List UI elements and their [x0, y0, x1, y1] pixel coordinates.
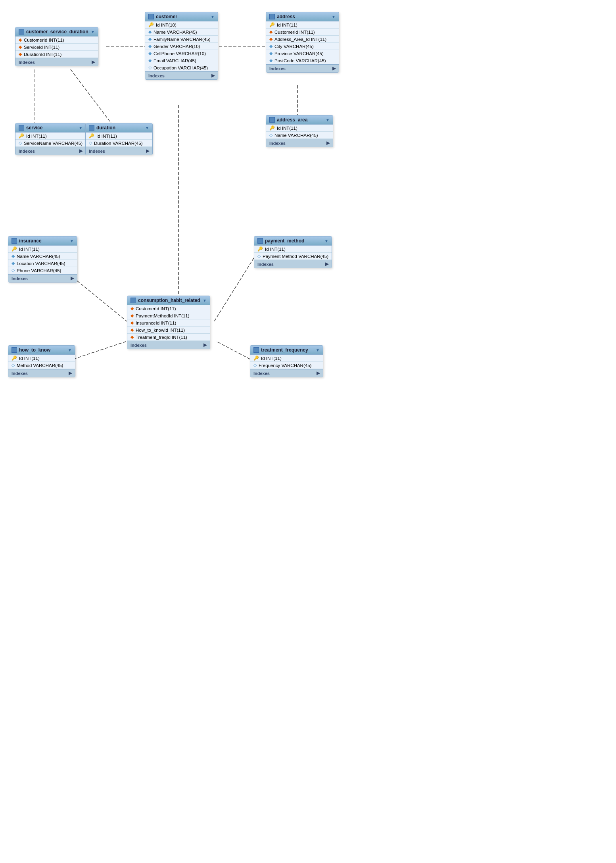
table-address-area-header: address_area ▼ [266, 115, 333, 125]
diamond-icon: ◆ [148, 29, 152, 35]
table-icon-tf [253, 347, 259, 353]
table-customer-service-duration[interactable]: customer_service_duration ▼ ◆ CustomerId… [15, 27, 98, 66]
table-htk-name: how_to_know [19, 347, 50, 353]
diamond-icon: ◆ [148, 44, 152, 49]
insurance-indexes[interactable]: Indexes ▶ [8, 274, 77, 282]
fk-icon: ◆ [269, 29, 272, 35]
table-icon-address [269, 14, 275, 19]
address-field-areaid: ◆ Address_Area_Id INT(11) [266, 36, 339, 43]
payment-method-indexes[interactable]: Indexes ▶ [254, 260, 332, 268]
address-field-province: ◆ Province VARCHAR(45) [266, 50, 339, 57]
fk-icon: ◆ [19, 37, 22, 42]
chr-field-treatmentfreqid: ◆ Treatment_freqId INT(11) [127, 334, 210, 341]
key-icon: 🔑 [257, 246, 263, 252]
table-address-area[interactable]: address_area ▼ 🔑 Id INT(11) ◇ Name VARCH… [266, 115, 333, 147]
htk-indexes[interactable]: Indexes ▶ [8, 369, 75, 377]
table-customer[interactable]: customer ▼ 🔑 Id INT(10) ◆ Name VARCHAR(4… [145, 12, 218, 80]
tf-dropdown[interactable]: ▼ [316, 348, 320, 352]
key-icon: 🔑 [12, 246, 17, 252]
table-address[interactable]: address ▼ 🔑 Id INT(11) ◆ CustomerId INT(… [266, 12, 339, 73]
diamond-icon: ◆ [148, 37, 152, 42]
customer-field-name: ◆ Name VARCHAR(45) [145, 29, 218, 36]
csd-dropdown[interactable]: ▼ [91, 30, 95, 34]
service-dropdown[interactable]: ▼ [79, 126, 83, 130]
diamond-icon: ◆ [12, 254, 15, 259]
customer-dropdown[interactable]: ▼ [211, 15, 215, 19]
table-payment-method[interactable]: payment_method ▼ 🔑 Id INT(11) ◇ Payment … [254, 236, 332, 268]
key-icon: 🔑 [148, 22, 154, 27]
chr-field-paymentmethodid: ◆ PaymentMethodId INT(11) [127, 312, 210, 319]
svg-line-2 [71, 69, 111, 123]
table-payment-method-name: payment_method [265, 238, 304, 244]
htk-dropdown[interactable]: ▼ [68, 348, 72, 352]
table-tf-header: treatment_frequency ▼ [250, 346, 323, 355]
insurance-field-name: ◆ Name VARCHAR(45) [8, 253, 77, 260]
key-icon: 🔑 [253, 356, 259, 361]
table-consumption-habit-related[interactable]: consumption_habit_related ▼ ◆ CustomerId… [127, 296, 210, 349]
customer-indexes[interactable]: Indexes ▶ [145, 71, 218, 79]
payment-method-field-method: ◇ Payment Method VARCHAR(45) [254, 253, 332, 260]
fk-icon: ◆ [130, 306, 134, 311]
table-icon-customer [148, 14, 154, 19]
address-area-dropdown[interactable]: ▼ [326, 118, 330, 122]
table-csd-header: customer_service_duration ▼ [15, 27, 98, 37]
table-icon-payment-method [257, 238, 263, 244]
table-duration-header: duration ▼ [86, 123, 152, 133]
tf-field-id: 🔑 Id INT(11) [250, 355, 323, 362]
table-icon-chr [130, 298, 136, 303]
key-icon: 🔑 [269, 22, 275, 27]
table-icon-duration [89, 125, 94, 131]
tf-indexes[interactable]: Indexes ▶ [250, 369, 323, 377]
table-icon-insurance [12, 238, 17, 244]
insurance-field-location: ◆ Location VARCHAR(45) [8, 260, 77, 267]
svg-line-8 [73, 341, 127, 359]
csd-field-serviceid: ◆ ServiceId INT(11) [15, 44, 98, 51]
table-duration[interactable]: duration ▼ 🔑 Id INT(11) ◇ Duration VARCH… [85, 123, 153, 155]
table-how-to-know[interactable]: how_to_know ▼ 🔑 Id INT(11) ◇ Method VARC… [8, 345, 75, 377]
address-indexes[interactable]: Indexes ▶ [266, 64, 339, 72]
insurance-dropdown[interactable]: ▼ [70, 239, 74, 243]
key-icon: 🔑 [19, 133, 24, 138]
service-field-id: 🔑 Id INT(11) [15, 133, 86, 140]
table-duration-name: duration [96, 125, 115, 131]
svg-line-7 [214, 258, 254, 321]
table-address-name: address [277, 14, 295, 19]
duration-field-duration: ◇ Duration VARCHAR(45) [86, 140, 152, 147]
address-area-indexes[interactable]: Indexes ▶ [266, 139, 333, 147]
table-htk-header: how_to_know ▼ [8, 346, 75, 355]
table-insurance[interactable]: insurance ▼ 🔑 Id INT(11) ◆ Name VARCHAR(… [8, 236, 77, 283]
duration-indexes[interactable]: Indexes ▶ [86, 147, 152, 155]
table-address-header: address ▼ [266, 12, 339, 21]
diamond-outline-icon: ◇ [89, 140, 92, 146]
table-treatment-frequency[interactable]: treatment_frequency ▼ 🔑 Id INT(11) ◇ Fre… [250, 345, 323, 377]
table-customer-name: customer [156, 14, 177, 19]
chr-dropdown[interactable]: ▼ [203, 298, 207, 303]
table-chr-name: consumption_habit_related [138, 298, 200, 303]
diamond-outline-icon: ◇ [12, 268, 15, 273]
table-icon-service [19, 125, 24, 131]
insurance-field-phone: ◇ Phone VARCHAR(45) [8, 267, 77, 274]
diagram-canvas: customer ▼ 🔑 Id INT(10) ◆ Name VARCHAR(4… [0, 0, 616, 863]
diamond-icon: ◆ [269, 51, 272, 56]
payment-method-dropdown[interactable]: ▼ [324, 239, 328, 243]
duration-dropdown[interactable]: ▼ [145, 126, 149, 130]
insurance-field-id: 🔑 Id INT(11) [8, 246, 77, 253]
service-indexes[interactable]: Indexes ▶ [15, 147, 86, 155]
diamond-outline-icon: ◇ [19, 140, 22, 146]
table-service[interactable]: service ▼ 🔑 Id INT(11) ◇ ServiceName VAR… [15, 123, 86, 155]
csd-field-customerid: ◆ CustomerId INT(11) [15, 37, 98, 44]
fk-icon: ◆ [130, 320, 134, 325]
customer-field-gender: ◆ Gender VARCHAR(10) [145, 43, 218, 50]
chr-field-insuranceid: ◆ InsuranceId INT(11) [127, 319, 210, 327]
key-icon: 🔑 [12, 356, 17, 361]
table-insurance-name: insurance [19, 238, 42, 244]
payment-method-field-id: 🔑 Id INT(11) [254, 246, 332, 253]
csd-indexes[interactable]: Indexes ▶ [15, 58, 98, 66]
customer-field-id: 🔑 Id INT(10) [145, 21, 218, 29]
customer-field-cellphone: ◆ CellPhone VARCHAR(10) [145, 50, 218, 57]
chr-indexes[interactable]: Indexes ▶ [127, 341, 210, 349]
address-dropdown[interactable]: ▼ [332, 15, 336, 19]
htk-field-id: 🔑 Id INT(11) [8, 355, 75, 362]
address-field-postcode: ◆ PostCode VARCHAR(45) [266, 57, 339, 64]
address-field-city: ◆ City VARCHAR(45) [266, 43, 339, 50]
